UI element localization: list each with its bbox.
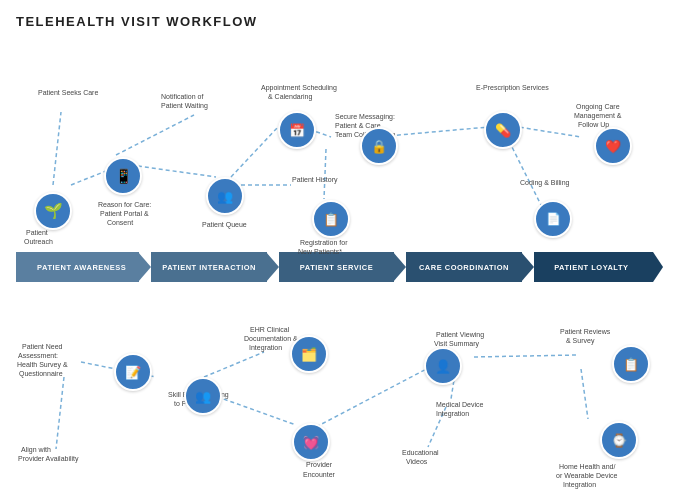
svg-line-12 (56, 377, 64, 449)
svg-text:Patient Reviews: Patient Reviews (560, 328, 611, 335)
svg-line-19 (581, 369, 588, 419)
svg-text:Encounter: Encounter (303, 471, 336, 478)
svg-line-3 (131, 165, 216, 177)
svg-line-0 (53, 112, 61, 185)
icon-provider-encounter: 💓 (292, 423, 330, 461)
icon-patient-queue: 👥 (206, 177, 244, 215)
svg-text:EHR Clinical: EHR Clinical (250, 326, 290, 333)
icon-appointment: 📅 (278, 111, 316, 149)
svg-text:Reason for Care:: Reason for Care: (98, 201, 151, 208)
svg-text:Ongoing Care: Ongoing Care (576, 103, 620, 111)
icon-ehr-clinical: 🗂️ (290, 335, 328, 373)
svg-text:Documentation &: Documentation & (244, 335, 298, 342)
page-title: TELEHEALTH VISIT WORKFLOW (16, 14, 663, 29)
icon-home-health: ⌚ (600, 421, 638, 459)
svg-text:Patient Portal &: Patient Portal & (100, 210, 149, 217)
icon-patient-outreach: 🌱 (34, 192, 72, 230)
svg-text:Registration for: Registration for (300, 239, 348, 247)
svg-text:Integration: Integration (436, 410, 469, 418)
svg-text:Patient History: Patient History (292, 176, 338, 184)
svg-text:E-Prescription Services: E-Prescription Services (476, 84, 549, 92)
svg-text:& Calendaring: & Calendaring (268, 93, 312, 101)
svg-text:Patient: Patient (26, 229, 48, 236)
svg-text:Health Survey &: Health Survey & (17, 361, 68, 369)
svg-text:Questionnaire: Questionnaire (19, 370, 63, 378)
svg-text:Integration: Integration (563, 481, 596, 489)
svg-text:Educational: Educational (402, 449, 439, 456)
icon-coding-billing: 📄 (534, 200, 572, 238)
svg-line-18 (474, 355, 576, 357)
svg-text:Notification of: Notification of (161, 93, 203, 100)
svg-text:Medical Device: Medical Device (436, 401, 484, 408)
icon-patient-reviews: 📋 (612, 345, 650, 383)
svg-line-15 (316, 365, 434, 427)
svg-text:Consent: Consent (107, 219, 133, 226)
page-container: TELEHEALTH VISIT WORKFLOW (0, 0, 679, 500)
svg-text:Management &: Management & (574, 112, 622, 120)
svg-text:Coding & Billing: Coding & Billing (520, 179, 570, 187)
workflow-diagram: Patient Seeks Care Notification of Patie… (16, 37, 663, 497)
svg-text:Appointment Scheduling: Appointment Scheduling (261, 84, 337, 92)
svg-text:Outreach: Outreach (24, 238, 53, 245)
icon-ongoing-care: ❤️ (594, 127, 632, 165)
svg-text:Assessment:: Assessment: (18, 352, 58, 359)
icon-registration: 📋 (312, 200, 350, 238)
svg-text:Secure Messaging:: Secure Messaging: (335, 113, 395, 121)
icon-skill-routing: 👥 (184, 377, 222, 415)
svg-line-2 (116, 115, 194, 155)
svg-text:or Wearable Device: or Wearable Device (556, 472, 617, 479)
svg-text:Provider Availability: Provider Availability (18, 455, 79, 463)
svg-line-4 (231, 127, 278, 177)
svg-text:& Survey: & Survey (566, 337, 595, 345)
svg-line-7 (324, 149, 326, 199)
icon-patient-need: 📝 (114, 353, 152, 391)
svg-text:Patient Queue: Patient Queue (202, 221, 247, 229)
svg-text:Patient Viewing: Patient Viewing (436, 331, 484, 339)
svg-text:Patient Seeks Care: Patient Seeks Care (38, 89, 98, 96)
svg-text:Home Health and/: Home Health and/ (559, 463, 615, 470)
svg-text:New Patients*: New Patients* (298, 248, 342, 255)
svg-text:Integration: Integration (249, 344, 282, 352)
svg-text:Align with: Align with (21, 446, 51, 454)
svg-text:Provider: Provider (306, 461, 333, 468)
svg-text:Patient Waiting: Patient Waiting (161, 102, 208, 110)
icon-eprescription: 💊 (484, 111, 522, 149)
svg-text:Videos: Videos (406, 458, 428, 465)
icon-patient-viewing: 👤 (424, 347, 462, 385)
svg-line-14 (204, 352, 264, 377)
icon-reason-care: 📱 (104, 157, 142, 195)
svg-text:Patient Need: Patient Need (22, 343, 63, 350)
connector-lines: Patient Seeks Care Notification of Patie… (16, 37, 663, 497)
icon-secure-messaging: 🔒 (360, 127, 398, 165)
